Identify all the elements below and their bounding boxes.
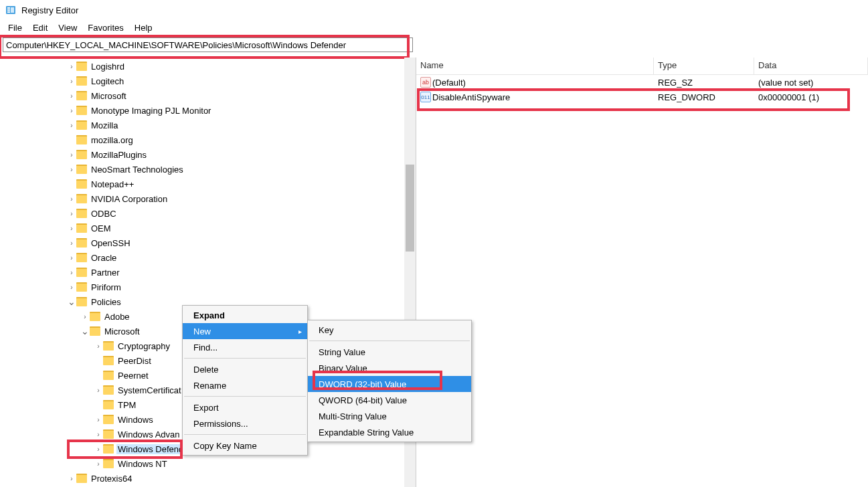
folder-icon	[76, 165, 87, 174]
ctx-delete[interactable]: Delete	[183, 361, 307, 377]
menu-item-label: Permissions...	[193, 419, 248, 429]
chevron-right-icon[interactable]: ›	[67, 253, 76, 262]
menu-item-label: Copy Key Name	[193, 441, 257, 451]
chevron-right-icon[interactable]: ›	[67, 91, 76, 100]
menu-file[interactable]: File	[3, 22, 27, 33]
tree-node-logitech[interactable]: ›Logitech	[0, 74, 416, 88]
chevron-right-icon[interactable]: ›	[94, 429, 103, 439]
chevron-down-icon[interactable]: ⌄	[80, 326, 90, 336]
values-pane[interactable]: Name Type Data ab(Default)REG_SZ(value n…	[416, 58, 868, 487]
tree-node-logishrd[interactable]: ›Logishrd	[0, 59, 416, 74]
folder-icon	[76, 106, 87, 115]
tree-node-mozillaplugins[interactable]: ›MozillaPlugins	[0, 147, 416, 162]
chevron-right-icon[interactable]: ›	[67, 120, 76, 130]
ctx-copy-key-name[interactable]: Copy Key Name	[183, 437, 307, 454]
value-row--default-[interactable]: ab(Default)REG_SZ(value not set)	[416, 75, 868, 90]
column-type[interactable]: Type	[654, 58, 754, 74]
menu-item-label: Export	[193, 403, 219, 413]
ctx-new-string-value[interactable]: String Value	[308, 344, 471, 360]
value-row-disableantispyware[interactable]: 011DisableAntiSpywareREG_DWORD0x00000001…	[416, 90, 868, 104]
chevron-right-icon[interactable]: ›	[94, 385, 103, 395]
menu-favorites[interactable]: Favorites	[82, 22, 128, 33]
ctx-new-multi-string-value[interactable]: Multi-String Value	[308, 408, 471, 424]
menubar[interactable]: FileEditViewFavoritesHelp	[0, 20, 868, 35]
ctx-new-binary-value[interactable]: Binary Value	[308, 360, 471, 376]
menu-help[interactable]: Help	[129, 22, 158, 33]
ctx-rename[interactable]: Rename	[183, 377, 307, 393]
menu-item-label: Expand	[193, 310, 225, 320]
chevron-right-icon[interactable]: ›	[67, 209, 76, 218]
titlebar: Registry Editor	[0, 0, 868, 20]
chevron-down-icon[interactable]: ⌄	[67, 297, 76, 306]
chevron-right-icon[interactable]: ›	[67, 194, 76, 203]
chevron-right-icon[interactable]: ›	[67, 282, 76, 292]
list-header[interactable]: Name Type Data	[416, 58, 868, 75]
chevron-right-icon[interactable]: ›	[67, 150, 76, 159]
column-data[interactable]: Data	[754, 58, 868, 74]
tree-node-mozilla[interactable]: ›Mozilla	[0, 118, 416, 132]
tree-node-openssh[interactable]: ›OpenSSH	[0, 235, 416, 250]
menu-view[interactable]: View	[53, 22, 82, 33]
folder-icon	[76, 91, 87, 100]
address-bar[interactable]: Computer\HKEY_LOCAL_MACHINE\SOFTWARE\Pol…	[3, 37, 413, 52]
chevron-right-icon[interactable]: ›	[67, 76, 76, 86]
menu-item-label: String Value	[319, 347, 365, 357]
tree-node-odbc[interactable]: ›ODBC	[0, 206, 416, 221]
tree-node-label: Logitech	[90, 76, 125, 86]
column-name[interactable]: Name	[416, 58, 654, 74]
menu-item-label: Binary Value	[319, 363, 367, 373]
ctx-new-qword-64-bit-value[interactable]: QWORD (64-bit) Value	[308, 392, 471, 408]
folder-icon	[103, 400, 114, 409]
chevron-right-icon[interactable]: ›	[67, 474, 76, 483]
menu-item-label: DWORD (32-bit) Value	[319, 379, 406, 389]
tree-node-oracle[interactable]: ›Oracle	[0, 250, 416, 265]
menu-item-label: Find...	[193, 343, 218, 353]
tree-node-piriform[interactable]: ›Piriform	[0, 280, 416, 294]
ctx-find-[interactable]: Find...	[183, 339, 307, 355]
ctx-new-key[interactable]: Key	[308, 322, 471, 338]
chevron-right-icon[interactable]: ›	[67, 223, 76, 233]
tree-node-notepad-[interactable]: Notepad++	[0, 177, 416, 191]
chevron-right-icon[interactable]: ›	[80, 312, 90, 321]
chevron-right-icon[interactable]: ›	[67, 165, 76, 174]
chevron-right-icon[interactable]: ›	[94, 444, 103, 454]
ctx-new[interactable]: New▸	[183, 323, 307, 339]
context-submenu-new[interactable]: KeyString ValueBinary ValueDWORD (32-bit…	[307, 320, 472, 442]
menu-item-label: Expandable String Value	[319, 427, 414, 437]
folder-icon	[76, 223, 87, 233]
folder-icon	[76, 135, 87, 144]
chevron-right-icon[interactable]: ›	[67, 62, 76, 71]
tree-node-neosmart-technologies[interactable]: ›NeoSmart Technologies	[0, 162, 416, 177]
chevron-right-icon[interactable]: ›	[67, 106, 76, 115]
tree-node-label: Windows Defende	[116, 444, 190, 454]
tree-scroll-thumb[interactable]	[406, 165, 414, 252]
tree-node-label: ODBC	[90, 209, 118, 219]
chevron-right-icon[interactable]: ›	[94, 341, 103, 351]
ctx-new-expandable-string-value[interactable]: Expandable String Value	[308, 424, 471, 440]
chevron-right-icon[interactable]: ›	[67, 238, 76, 248]
tree-node-label: Policies	[90, 297, 122, 307]
ctx-new-dword-32-bit-value[interactable]: DWORD (32-bit) Value	[308, 376, 471, 392]
tree-node-mozilla-org[interactable]: mozilla.org	[0, 132, 416, 147]
value-name: (Default)	[432, 78, 466, 88]
chevron-right-icon[interactable]: ›	[67, 268, 76, 277]
tree-node-nvidia-corporation[interactable]: ›NVIDIA Corporation	[0, 191, 416, 206]
tree-node-monotype-imaging-pjl-monitor[interactable]: ›Monotype Imaging PJL Monitor	[0, 103, 416, 118]
folder-icon	[90, 326, 100, 336]
chevron-right-icon[interactable]: ›	[94, 415, 103, 424]
context-menu[interactable]: ExpandNew▸Find...DeleteRenameExportPermi…	[182, 305, 308, 456]
chevron-right-icon[interactable]: ›	[94, 459, 103, 468]
ctx-permissions-[interactable]: Permissions...	[183, 415, 307, 431]
tree-node-protexis64[interactable]: ›Protexis64	[0, 471, 416, 486]
menu-edit[interactable]: Edit	[27, 22, 53, 33]
tree-node-partner[interactable]: ›Partner	[0, 265, 416, 280]
ctx-expand[interactable]: Expand	[183, 307, 307, 323]
tree-node-label: Piriform	[90, 282, 122, 292]
tree-node-label: PeerDist	[116, 356, 153, 366]
tree-node-windows-nt[interactable]: ›Windows NT	[0, 456, 416, 471]
tree-node-oem[interactable]: ›OEM	[0, 221, 416, 235]
ctx-export[interactable]: Export	[183, 399, 307, 415]
tree-node-microsoft[interactable]: ›Microsoft	[0, 88, 416, 103]
expander-empty	[94, 371, 103, 380]
menu-item-label: QWORD (64-bit) Value	[319, 395, 407, 405]
